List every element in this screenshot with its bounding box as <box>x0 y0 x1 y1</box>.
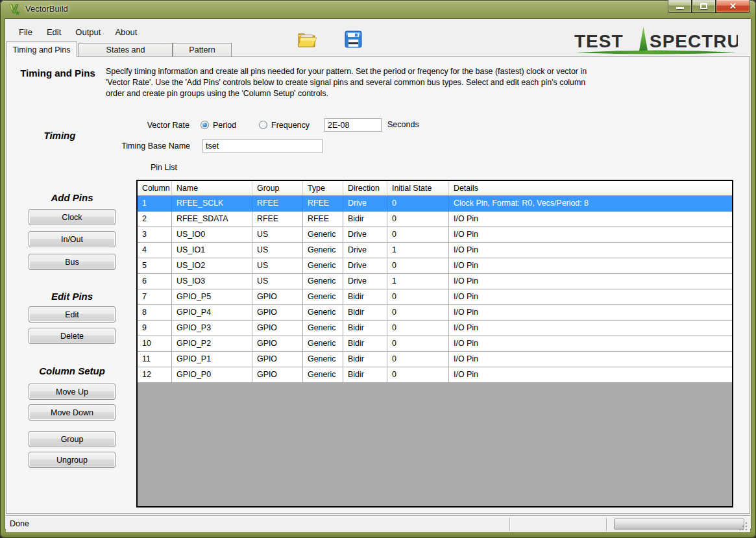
column-header-column[interactable]: Column <box>138 181 172 196</box>
cell-type: Generic <box>303 367 343 383</box>
move-down-button[interactable]: Move Down <box>29 404 116 421</box>
cell-details: I/O Pin <box>449 367 732 383</box>
cell-direction: Bidir <box>343 212 387 227</box>
pin-row-gpio-p3[interactable]: 9GPIO_P3GPIOGenericBidir0I/O Pin <box>138 321 732 336</box>
testspectrum-logo: TEST SPECTRUM <box>574 26 738 57</box>
title-bar[interactable]: VectorBuild ✕ <box>0 0 756 19</box>
cell-direction: Bidir <box>343 321 387 336</box>
cell-initial-state: 0 <box>387 258 449 274</box>
close-button[interactable]: ✕ <box>716 0 750 13</box>
vector-rate-label: Vector Rate <box>125 121 189 130</box>
window-controls: ✕ <box>668 0 750 14</box>
cell-type: Generic <box>303 352 343 367</box>
frequency-radio-label[interactable]: Frequency <box>271 121 310 130</box>
bus-button[interactable]: Bus <box>29 254 116 270</box>
pin-row-gpio-p0[interactable]: 12GPIO_P0GPIOGenericBidir0I/O Pin <box>138 367 732 383</box>
cell-details: I/O Pin <box>449 336 732 352</box>
cell-type: Generic <box>303 336 343 352</box>
cell-direction: Bidir <box>343 289 387 305</box>
pin-row-us-io0[interactable]: 3US_IO0USGenericDrive0I/O Pin <box>138 227 732 243</box>
progress-bar <box>614 519 744 530</box>
pin-row-us-io2[interactable]: 5US_IO2USGenericDrive0I/O Pin <box>138 258 732 274</box>
in-out-button[interactable]: In/Out <box>29 231 116 247</box>
menu-about[interactable]: About <box>108 25 144 40</box>
cell-name: RFEE_SCLK <box>172 196 252 212</box>
cell-type: Generic <box>303 321 343 336</box>
cell-initial-state: 0 <box>387 352 449 367</box>
group-button[interactable]: Group <box>29 431 116 447</box>
open-folder-icon <box>296 29 317 49</box>
save-floppy-icon <box>345 31 362 48</box>
ungroup-button[interactable]: Ungroup <box>29 452 116 468</box>
cell-name: GPIO_P2 <box>172 336 252 352</box>
pin-row-rfee-sclk[interactable]: 1RFEE_SCLKRFEERFEEDrive0Clock Pin, Forma… <box>138 196 732 212</box>
svg-text:TEST: TEST <box>574 31 624 51</box>
cell-name: GPIO_P3 <box>172 321 252 336</box>
pin-row-us-io1[interactable]: 4US_IO1USGenericDrive1I/O Pin <box>138 243 732 258</box>
move-up-button[interactable]: Move Up <box>29 384 116 400</box>
window-title: VectorBuild <box>25 4 68 14</box>
frequency-radio[interactable] <box>259 121 267 129</box>
pin-list-table[interactable]: ColumnNameGroupTypeDirectionInitial Stat… <box>136 180 733 507</box>
period-radio-label[interactable]: Period <box>213 121 236 130</box>
cell-direction: Drive <box>343 258 387 274</box>
spectrum-spike-icon <box>639 27 648 51</box>
cell-type: Generic <box>303 274 343 289</box>
menu-output[interactable]: Output <box>68 25 108 40</box>
cell-group: GPIO <box>252 367 303 383</box>
pin-row-rfee-sdata[interactable]: 2RFEE_SDATARFEERFEEBidir0I/O Pin <box>138 212 732 227</box>
pin-row-gpio-p4[interactable]: 8GPIO_P4GPIOGenericBidir0I/O Pin <box>138 305 732 321</box>
menu-bar: FileEditOutputAbout <box>12 25 144 40</box>
cell-initial-state: 0 <box>387 305 449 321</box>
cell-group: GPIO <box>252 321 303 336</box>
cell-details: I/O Pin <box>449 212 732 227</box>
cell-name: GPIO_P4 <box>172 305 252 321</box>
pin-row-gpio-p1[interactable]: 11GPIO_P1GPIOGenericBidir0I/O Pin <box>138 352 732 367</box>
cell-column: 2 <box>138 212 172 227</box>
cell-details: I/O Pin <box>449 274 732 289</box>
cell-name: GPIO_P0 <box>172 367 252 383</box>
period-radio[interactable] <box>201 121 209 129</box>
menu-file[interactable]: File <box>12 25 40 40</box>
resize-grip[interactable] <box>739 521 748 530</box>
cell-column: 11 <box>138 352 172 367</box>
pin-row-gpio-p2[interactable]: 10GPIO_P2GPIOGenericBidir0I/O Pin <box>138 336 732 352</box>
pin-row-gpio-p5[interactable]: 7GPIO_P5GPIOGenericBidir0I/O Pin <box>138 289 732 305</box>
clock-button[interactable]: Clock <box>29 209 116 225</box>
logo-word1: TEST <box>574 31 624 51</box>
delete-button[interactable]: Delete <box>29 328 116 344</box>
column-header-initial-state[interactable]: Initial State <box>387 181 449 196</box>
tab-states-and-commands[interactable]: States and Commands <box>79 43 173 56</box>
column-header-type[interactable]: Type <box>303 181 343 196</box>
cell-direction: Bidir <box>343 352 387 367</box>
status-text: Done <box>10 519 29 528</box>
maximize-button[interactable] <box>692 0 716 13</box>
cell-initial-state: 1 <box>387 274 449 289</box>
edit-button[interactable]: Edit <box>29 306 116 323</box>
cell-group: RFEE <box>252 212 303 227</box>
pin-list-label: Pin List <box>151 163 177 172</box>
cell-direction: Bidir <box>343 305 387 321</box>
pin-row-us-io3[interactable]: 6US_IO3USGenericDrive1I/O Pin <box>138 274 732 289</box>
cell-direction: Drive <box>343 274 387 289</box>
column-header-details[interactable]: Details <box>449 181 732 196</box>
rate-value-input[interactable] <box>324 118 382 132</box>
minimize-button[interactable] <box>668 0 692 13</box>
cell-name: US_IO0 <box>172 227 252 243</box>
cell-details: I/O Pin <box>449 305 732 321</box>
column-header-direction[interactable]: Direction <box>343 181 387 196</box>
cell-type: RFEE <box>303 212 343 227</box>
cell-initial-state: 0 <box>387 289 449 305</box>
timing-base-name-input[interactable] <box>202 139 323 153</box>
column-header-group[interactable]: Group <box>252 181 303 196</box>
app-icon <box>8 3 21 16</box>
tab-pattern-editor[interactable]: Pattern Editor <box>173 43 232 56</box>
open-file-button[interactable] <box>296 29 317 49</box>
column-header-name[interactable]: Name <box>172 181 252 196</box>
tab-timing-and-pins[interactable]: Timing and Pins <box>6 42 77 57</box>
save-file-button[interactable] <box>345 31 362 48</box>
cell-column: 7 <box>138 289 172 305</box>
menu-edit[interactable]: Edit <box>40 25 68 40</box>
cell-name: US_IO2 <box>172 258 252 274</box>
page-description: Specify timing information and create al… <box>106 66 600 99</box>
